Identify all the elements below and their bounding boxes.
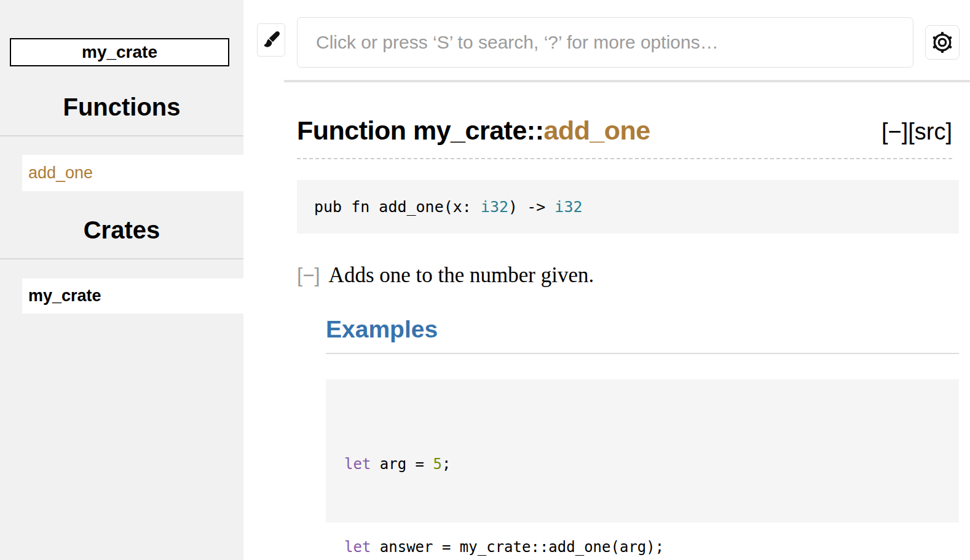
function-heading-prefix: Function my_crate:: bbox=[297, 116, 543, 145]
examples-heading: Examples bbox=[326, 316, 959, 354]
doc-summary-text: Adds one to the number given. bbox=[329, 263, 594, 287]
paintbrush-icon bbox=[261, 30, 282, 50]
main-content: Function my_crate::add_one [−][src] pub … bbox=[243, 0, 970, 560]
collapse-all-toggle[interactable]: [−] bbox=[881, 119, 908, 144]
code-line: let arg = 5; bbox=[344, 451, 959, 478]
code-token: ; bbox=[442, 455, 451, 473]
sidebar-heading-crates: Crates bbox=[0, 216, 243, 244]
sidebar-crate-title-label: my_crate bbox=[82, 42, 157, 62]
code-token: answer = my_crate::add_one(arg); bbox=[371, 538, 664, 556]
sidebar-heading-functions: Functions bbox=[0, 93, 243, 121]
example-code-block: let arg = 5; let answer = my_crate::add_… bbox=[326, 379, 959, 523]
heading-controls: [−][src] bbox=[881, 119, 952, 145]
doc-collapse-toggle[interactable]: [−] bbox=[297, 264, 320, 286]
function-heading: Function my_crate::add_one bbox=[297, 116, 650, 146]
page-title: Function my_crate::add_one [−][src] bbox=[297, 116, 952, 159]
sidebar-item-my-crate[interactable]: my_crate bbox=[22, 278, 243, 314]
gear-icon bbox=[930, 30, 955, 55]
subnav-divider bbox=[284, 80, 970, 82]
doc-summary-row: [−]Adds one to the number given. bbox=[297, 263, 594, 288]
theme-picker-button[interactable] bbox=[257, 23, 285, 57]
sidebar: my_crate Functions add_one Crates my_cra… bbox=[0, 0, 243, 560]
sidebar-item-add-one[interactable]: add_one bbox=[22, 155, 243, 191]
search-input[interactable] bbox=[297, 17, 913, 68]
code-line: let answer = my_crate::add_one(arg); bbox=[344, 534, 959, 560]
code-token: arg = bbox=[371, 455, 433, 473]
code-token-keyword: let bbox=[344, 455, 371, 473]
sidebar-crate-title[interactable]: my_crate bbox=[10, 38, 229, 66]
signature-token: pub fn add_one(x: bbox=[314, 198, 481, 216]
sidebar-item-add-one-link[interactable]: add_one bbox=[22, 164, 93, 183]
src-link[interactable]: [src] bbox=[908, 119, 952, 144]
sidebar-divider bbox=[0, 258, 243, 259]
settings-button[interactable] bbox=[925, 25, 960, 60]
code-token-keyword: let bbox=[344, 538, 371, 556]
function-heading-name: add_one bbox=[543, 116, 650, 145]
function-signature: pub fn add_one(x: i32) -> i32 bbox=[297, 180, 959, 234]
code-token-number: 5 bbox=[433, 455, 442, 473]
signature-token: ) -> bbox=[508, 198, 554, 216]
sidebar-item-my-crate-link[interactable]: my_crate bbox=[22, 286, 101, 306]
sidebar-divider bbox=[0, 135, 243, 136]
signature-primitive-i32[interactable]: i32 bbox=[481, 198, 508, 216]
signature-primitive-i32[interactable]: i32 bbox=[554, 198, 582, 216]
